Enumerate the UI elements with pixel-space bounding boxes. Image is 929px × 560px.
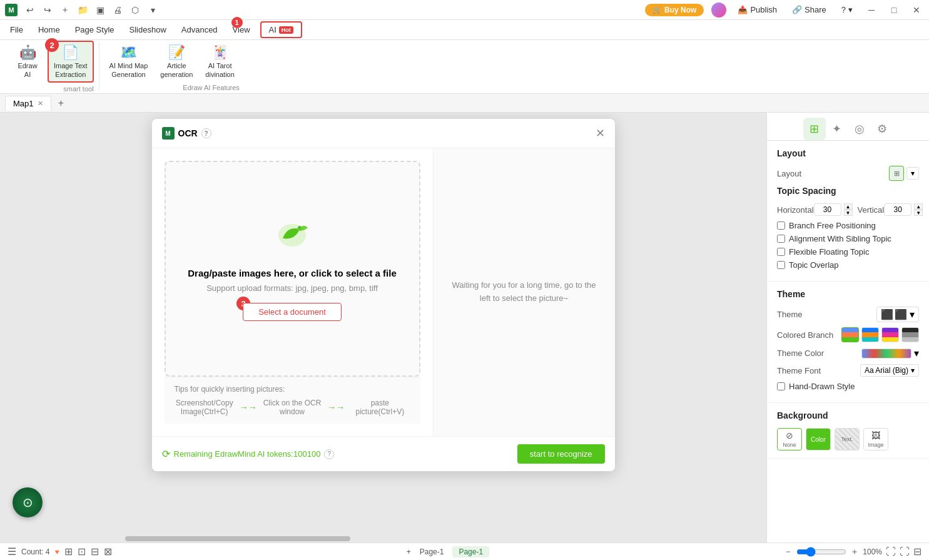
panel-tab-sparkle[interactable]: ✦ <box>826 118 848 140</box>
ai-fab-icon: ⊙ <box>23 495 33 510</box>
mindmap-gen-tool[interactable]: 🗺️ AI Mind MapGeneration <box>104 42 153 81</box>
bg-option-image[interactable]: 🖼 Image <box>863 428 888 451</box>
publish-icon: 📤 <box>738 5 748 14</box>
redo-button[interactable]: ↪ <box>40 3 55 18</box>
alignment-sibling-row: Alignment With Sibling Topic <box>777 234 919 243</box>
colored-branch-label: Colored Branch <box>777 330 833 340</box>
horizontal-down-btn[interactable]: ▼ <box>844 210 853 216</box>
layout-dropdown[interactable]: ▾ <box>906 167 919 180</box>
zoom-plus-button[interactable]: ＋ <box>850 546 859 557</box>
map1-tab[interactable]: Map1 ✕ <box>5 96 51 111</box>
ai-assistant-fab[interactable]: ⊙ <box>13 487 43 517</box>
collapse-icon[interactable]: ⊠ <box>104 546 112 557</box>
print-button[interactable]: 🖨 <box>110 3 125 18</box>
flexible-floating-checkbox[interactable] <box>777 248 785 256</box>
undo-button[interactable]: ↩ <box>23 3 38 18</box>
colored-branch-row: Colored Branch <box>777 327 919 342</box>
menu-home[interactable]: Home <box>31 23 68 37</box>
close-button[interactable]: ✕ <box>909 3 924 18</box>
tab-label: Map1 <box>13 99 34 108</box>
new-button[interactable]: ＋ <box>58 3 73 18</box>
page1-tab[interactable]: Page-1 <box>414 546 450 557</box>
panel-tab-layout[interactable]: ⊞ <box>803 118 826 140</box>
hand-drawn-row: Hand-Drawn Style <box>777 382 919 391</box>
horizontal-control: ▲ ▼ <box>814 203 853 216</box>
avatar[interactable] <box>711 3 726 18</box>
page1-active-tab[interactable]: Page-1 <box>452 546 489 557</box>
tokens-help-icon[interactable]: ? <box>324 449 334 459</box>
horizontal-input[interactable] <box>814 203 841 216</box>
theme-color-bar[interactable] <box>861 349 911 359</box>
export-button[interactable]: ⬡ <box>128 3 143 18</box>
article-gen-label: Articlegeneration <box>160 62 193 78</box>
menu-advanced[interactable]: Advanced <box>174 23 225 37</box>
panel-collapse-icon[interactable]: ⊟ <box>913 546 921 557</box>
vertical-up-btn[interactable]: ▲ <box>914 203 923 210</box>
background-title: Background <box>777 410 919 420</box>
tokens-info: ⟳ Remaining EdrawMind AI tokens:100100 ? <box>162 448 335 460</box>
zoom-minus-button[interactable]: － <box>784 546 793 557</box>
menu-slideshow[interactable]: Slideshow <box>122 23 174 37</box>
ocr-help-icon[interactable]: ? <box>201 128 211 138</box>
sidebar-toggle-icon[interactable]: ☰ <box>8 546 16 557</box>
hot-badge: Hot <box>279 26 293 34</box>
select-document-button[interactable]: Select a document <box>243 303 342 321</box>
branch-option-2[interactable] <box>861 327 879 342</box>
ocr-close-button[interactable]: ✕ <box>596 126 605 140</box>
template-button[interactable]: ▣ <box>93 3 108 18</box>
edraw-ai-tool[interactable]: 🤖 EdrawAI <box>10 42 45 81</box>
tips-steps: Screenshot/Copy Image(Ctrl+C) →→ Click o… <box>175 399 410 416</box>
horizontal-up-btn[interactable]: ▲ <box>844 203 853 210</box>
title-bar-left: M ↩ ↪ ＋ 📁 ▣ 🖨 ⬡ ▾ <box>5 3 160 18</box>
layout-icon-grid[interactable]: ⊞ <box>889 166 904 181</box>
bg-option-none[interactable]: ⊘ None <box>777 428 802 451</box>
branch-option-3[interactable] <box>881 327 899 342</box>
fit-icon[interactable]: ⊡ <box>78 546 86 557</box>
theme-swatch[interactable]: ⬛⬛ ▾ <box>876 307 919 322</box>
grid-icon[interactable]: ⊞ <box>64 546 73 557</box>
open-button[interactable]: 📁 <box>75 3 90 18</box>
bg-option-texture[interactable]: Text. <box>835 428 860 451</box>
canvas-area[interactable]: M OCR ? ✕ <box>0 113 766 542</box>
branch-option-1[interactable] <box>841 327 859 342</box>
fullscreen-icon[interactable]: ⛶ <box>900 546 910 557</box>
expand-icon[interactable]: ⊟ <box>91 546 99 557</box>
alignment-sibling-checkbox[interactable] <box>777 235 785 243</box>
menu-ai[interactable]: AI Hot 1 <box>260 21 302 38</box>
zoom-slider[interactable] <box>796 547 846 557</box>
horizontal-scrollbar[interactable] <box>0 535 766 542</box>
ocr-upload-area[interactable]: Drag/paste images here, or click to sele… <box>165 161 420 377</box>
svg-point-1 <box>298 226 302 230</box>
tarot-tool[interactable]: 🃏 AI Tarotdivination <box>200 42 239 81</box>
more-button[interactable]: ▾ <box>145 3 160 18</box>
branch-option-4[interactable] <box>901 327 919 342</box>
topic-overlap-checkbox[interactable] <box>777 261 785 269</box>
buy-now-button[interactable]: 🛒 Buy Now <box>645 4 704 16</box>
bg-option-color[interactable]: Color <box>806 428 831 451</box>
add-tab-button[interactable]: + <box>54 96 69 111</box>
vertical-down-btn[interactable]: ▼ <box>914 210 923 216</box>
menu-file[interactable]: File <box>3 23 31 37</box>
panel-tab-settings[interactable]: ⚙ <box>871 118 893 140</box>
theme-font-select[interactable]: Aa Arial (Big) ▾ <box>860 364 919 377</box>
title-bar: M ↩ ↪ ＋ 📁 ▣ 🖨 ⬡ ▾ 🛒 Buy Now 📤 Publish 🔗 <box>0 0 929 20</box>
menu-bar: File Home Page Style Slideshow Advanced … <box>0 20 929 40</box>
publish-button[interactable]: 📤 Publish <box>734 4 781 16</box>
article-gen-tool[interactable]: 📝 Articlegeneration <box>155 42 198 81</box>
page-add-button[interactable]: + <box>407 547 411 556</box>
help-button[interactable]: ? ▾ <box>838 4 856 16</box>
vertical-input[interactable] <box>884 203 911 216</box>
branch-free-checkbox[interactable] <box>777 221 785 230</box>
select-doc-wrapper: 3 Select a document <box>243 303 342 321</box>
hand-drawn-checkbox[interactable] <box>777 382 785 390</box>
share-button[interactable]: 🔗 Share <box>788 4 830 16</box>
panel-tab-target[interactable]: ◎ <box>848 118 871 140</box>
vertical-label: Vertical <box>858 205 885 215</box>
scrollbar-thumb[interactable] <box>125 536 350 541</box>
recognize-button[interactable]: start to recognize <box>517 444 605 464</box>
minimize-button[interactable]: ─ <box>864 3 879 18</box>
maximize-button[interactable]: □ <box>886 3 901 18</box>
menu-page-style[interactable]: Page Style <box>68 23 122 37</box>
fit-page-icon[interactable]: ⛶ <box>886 546 896 557</box>
tab-close-icon[interactable]: ✕ <box>38 99 43 108</box>
